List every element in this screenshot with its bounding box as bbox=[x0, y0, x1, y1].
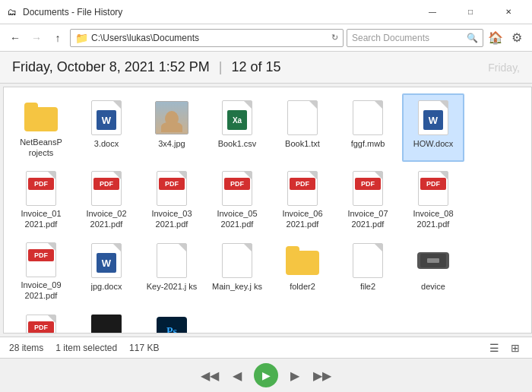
file-item[interactable]: Main_key.j ks bbox=[206, 236, 268, 305]
file-item[interactable]: W 3.docx bbox=[75, 93, 138, 162]
play-icon: ▶ bbox=[262, 369, 271, 381]
file-label: Book1.csv bbox=[218, 139, 257, 149]
device-icon bbox=[415, 242, 451, 279]
settings-button[interactable]: ⚙ bbox=[508, 29, 526, 47]
minimize-button[interactable]: — bbox=[415, 0, 450, 24]
file-item[interactable]: 3x4.jpg bbox=[141, 93, 203, 162]
view-controls: ☰ ⊞ bbox=[486, 340, 523, 356]
file-item[interactable]: PDF Invoice_08 2021.pdf bbox=[402, 165, 464, 233]
file-label: fggf.mwb bbox=[351, 139, 385, 149]
file-item[interactable]: Book1.txt bbox=[271, 93, 334, 162]
date-separator: | bbox=[219, 59, 223, 75]
window-title: Documents - File History bbox=[23, 7, 415, 17]
file-item[interactable]: PDF Invoice_02 2021.pdf bbox=[75, 165, 138, 233]
file-label: 3.docx bbox=[94, 139, 119, 149]
file-item[interactable]: W HOW.docx bbox=[402, 93, 464, 162]
maximize-button[interactable]: □ bbox=[453, 0, 488, 24]
back-button[interactable]: ← bbox=[6, 29, 24, 47]
pdf-icon: PDF bbox=[154, 171, 190, 206]
main-area: NetBeansP rojects W 3.docx 3x4.jpg Xa Bo… bbox=[0, 84, 532, 337]
word-icon: W bbox=[88, 242, 125, 279]
file-label: Invoice_03 2021.pdf bbox=[145, 209, 198, 229]
file-label: Invoice_02 2021.pdf bbox=[80, 209, 133, 229]
first-button[interactable]: ◀◀ bbox=[199, 365, 220, 386]
pdf-icon: PDF bbox=[88, 171, 125, 206]
search-placeholder: Search Documents bbox=[352, 33, 464, 43]
word-icon: W bbox=[415, 100, 451, 136]
file-label: Main_key.j ks bbox=[212, 282, 262, 292]
forward-button[interactable]: → bbox=[27, 29, 46, 47]
pdf-icon: PDF bbox=[415, 171, 451, 206]
file-item[interactable]: black bbox=[75, 308, 138, 334]
file-size: 117 KB bbox=[129, 343, 159, 353]
file-icon bbox=[154, 242, 190, 279]
file-icon bbox=[284, 100, 321, 136]
pdf-icon: PDF bbox=[23, 171, 59, 206]
selected-count: 1 item selected bbox=[55, 343, 117, 353]
file-item[interactable]: PDF pdf2 bbox=[10, 308, 72, 334]
file-label: Invoice_05 2021.pdf bbox=[211, 209, 264, 229]
toolbar: ← → ↑ 📁 C:\Users\lukas\Documents ↻ Searc… bbox=[0, 24, 532, 52]
pdf-icon: PDF bbox=[284, 171, 321, 206]
file-item[interactable]: PDF Invoice_01 2021.pdf bbox=[10, 165, 72, 233]
file-label: jpg.docx bbox=[91, 282, 122, 292]
file-item[interactable]: Xa Book1.csv bbox=[206, 93, 268, 162]
file-item[interactable]: PDF Invoice_06 2021.pdf bbox=[271, 165, 334, 233]
file-item[interactable]: Key-2021.j ks bbox=[141, 236, 203, 305]
file-label: Invoice_01 2021.pdf bbox=[14, 209, 68, 229]
folder-icon: 📁 bbox=[75, 32, 88, 44]
black-icon bbox=[88, 314, 125, 334]
image-icon bbox=[154, 100, 190, 136]
list-view-button[interactable]: ☰ bbox=[486, 340, 502, 356]
file-item[interactable]: NetBeansP rojects bbox=[10, 93, 72, 162]
next-button[interactable]: ▶ bbox=[284, 365, 306, 386]
folder-icon bbox=[284, 242, 321, 279]
app-icon: 🗂 bbox=[6, 6, 18, 18]
file-item[interactable]: PDF Invoice_09 2021.pdf bbox=[10, 236, 72, 305]
file-label: file2 bbox=[360, 282, 375, 292]
pdf-icon: PDF bbox=[219, 171, 255, 206]
file-item[interactable]: fggf.mwb bbox=[337, 93, 399, 162]
play-button[interactable]: ▶ bbox=[254, 363, 278, 387]
excel-icon: Xa bbox=[219, 100, 255, 136]
home-button[interactable]: 🏠 bbox=[486, 29, 505, 47]
file-item[interactable]: PDF Invoice_07 2021.pdf bbox=[337, 165, 399, 233]
file-icon bbox=[219, 242, 255, 279]
word-icon: W bbox=[88, 100, 125, 136]
last-button[interactable]: ▶▶ bbox=[312, 365, 333, 386]
file-item[interactable]: device bbox=[402, 236, 464, 305]
file-label: Invoice_09 2021.pdf bbox=[14, 280, 68, 300]
file-label: folder2 bbox=[290, 282, 315, 292]
file-item[interactable]: folder2 bbox=[271, 236, 334, 305]
file-label: Key-2021.j ks bbox=[147, 282, 198, 292]
search-box[interactable]: Search Documents 🔍 bbox=[347, 29, 483, 47]
nav-bottom: ◀◀ ◀ ▶ ▶ ▶▶ bbox=[0, 358, 532, 392]
file-item[interactable]: file2 bbox=[337, 236, 399, 305]
title-bar: 🗂 Documents - File History — □ ✕ bbox=[0, 0, 532, 24]
version-count: 12 of 15 bbox=[231, 59, 280, 75]
date-text: Friday, October 8, 2021 1:52 PM bbox=[12, 59, 210, 75]
file-item[interactable]: PDF Invoice_03 2021.pdf bbox=[141, 165, 203, 233]
refresh-icon[interactable]: ↻ bbox=[331, 33, 338, 43]
up-button[interactable]: ↑ bbox=[49, 29, 67, 47]
close-button[interactable]: ✕ bbox=[491, 0, 526, 24]
status-bar: 28 items 1 item selected 117 KB ☰ ⊞ bbox=[0, 337, 532, 358]
file-label: NetBeansP rojects bbox=[14, 138, 68, 157]
file-grid: NetBeansP rojects W 3.docx 3x4.jpg Xa Bo… bbox=[3, 87, 532, 334]
file-item[interactable]: PDF Invoice_05 2021.pdf bbox=[206, 165, 268, 233]
prev-button[interactable]: ◀ bbox=[226, 365, 248, 386]
file-label: HOW.docx bbox=[413, 139, 454, 149]
address-bar[interactable]: 📁 C:\Users\lukas\Documents ↻ bbox=[70, 29, 344, 47]
grid-view-button[interactable]: ⊞ bbox=[508, 340, 523, 356]
date-header: Friday, October 8, 2021 1:52 PM | 12 of … bbox=[0, 52, 532, 84]
file-label: device bbox=[421, 282, 445, 292]
file-label: Book1.txt bbox=[285, 139, 320, 149]
item-count: 28 items bbox=[9, 343, 43, 353]
file-item[interactable]: W jpg.docx bbox=[75, 236, 138, 305]
file-icon bbox=[350, 100, 386, 136]
search-icon[interactable]: 🔍 bbox=[467, 33, 478, 43]
file-label: 3x4.jpg bbox=[158, 139, 185, 149]
pdf-icon: PDF bbox=[23, 314, 59, 334]
file-item[interactable]: Psps bbox=[141, 308, 203, 334]
next-date-preview: Friday, bbox=[488, 62, 520, 74]
